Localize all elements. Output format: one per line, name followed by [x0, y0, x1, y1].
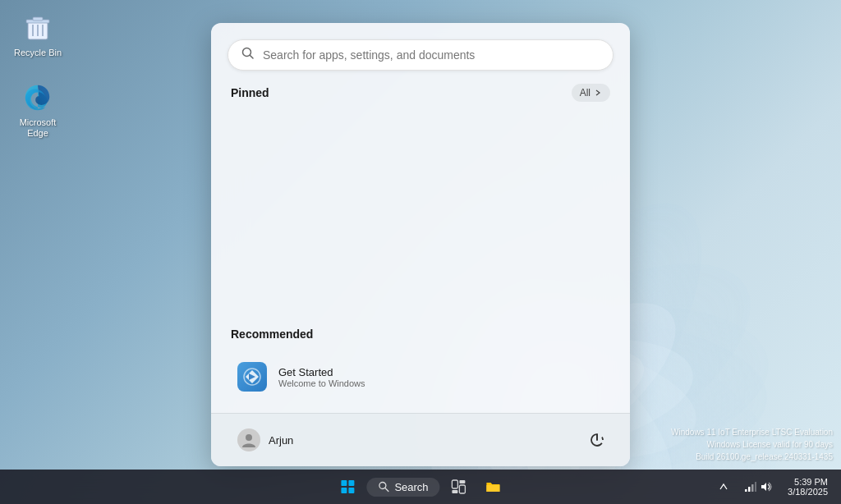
svg-rect-40	[460, 480, 466, 483]
svg-rect-43	[748, 487, 751, 492]
user-name: Arjun	[269, 434, 293, 447]
start-bottom-bar: Arjun	[211, 413, 630, 466]
system-tray[interactable]	[712, 479, 735, 495]
svg-rect-34	[341, 488, 347, 493]
watermark-line2: Windows License valid for 90 days	[671, 438, 833, 451]
file-explorer-button[interactable]	[478, 471, 509, 502]
desktop: Recycle Bin	[0, 0, 841, 504]
svg-line-37	[385, 488, 388, 492]
clock-time: 5:39 PM	[788, 477, 828, 487]
user-avatar	[237, 428, 260, 451]
watermark-line3: Build 26100.ge_release.240331-1435	[671, 451, 833, 463]
svg-rect-38	[453, 480, 458, 488]
volume-icon	[760, 480, 773, 493]
recommended-header: Recommended	[231, 328, 610, 341]
recycle-bin-label: Recycle Bin	[14, 48, 62, 58]
taskbar-search[interactable]: Search	[366, 478, 439, 497]
clock-date: 3/18/2025	[788, 487, 828, 497]
svg-rect-39	[460, 485, 466, 493]
svg-rect-42	[745, 489, 747, 492]
recommended-item-get-started[interactable]: Get Started Welcome to Windows	[231, 354, 610, 400]
all-button[interactable]: All	[572, 84, 610, 102]
recommended-title: Recommended	[231, 328, 313, 341]
app-desc: Welcome to Windows	[278, 378, 365, 388]
taskbar: Search	[0, 470, 841, 504]
taskbar-center: Search	[332, 471, 508, 502]
desktop-icons: Recycle Bin	[8, 8, 67, 143]
start-menu: Pinned All Recommended	[211, 23, 630, 466]
edge-label: Microsoft Edge	[11, 117, 64, 139]
svg-rect-44	[751, 484, 754, 492]
power-button[interactable]	[584, 427, 610, 453]
recycle-bin-icon	[21, 11, 54, 44]
taskbar-search-icon	[378, 481, 389, 493]
svg-point-36	[379, 483, 386, 489]
taskbar-right: 5:39 PM 3/18/2025	[712, 474, 834, 500]
chevron-up-icon	[719, 482, 728, 492]
pinned-header: Pinned All	[231, 84, 610, 102]
svg-line-27	[250, 56, 254, 59]
svg-rect-41	[453, 490, 458, 493]
svg-rect-32	[341, 480, 347, 486]
task-view-button[interactable]	[443, 471, 475, 502]
svg-rect-33	[348, 480, 354, 486]
recommended-section: Recommended Get Started Welcome to Windo…	[211, 328, 630, 413]
get-started-icon	[237, 362, 267, 392]
svg-point-29	[246, 434, 252, 441]
watermark-line1: Windows 11 IoT Enterprise LTSC Evaluatio…	[671, 426, 833, 438]
recommended-item-text: Get Started Welcome to Windows	[278, 366, 365, 388]
pinned-section: Pinned All	[211, 84, 630, 328]
taskbar-search-label: Search	[394, 481, 428, 493]
pinned-apps-area	[231, 115, 610, 279]
taskbar-clock[interactable]: 5:39 PM 3/18/2025	[781, 474, 834, 500]
user-section[interactable]: Arjun	[231, 424, 300, 456]
windows-watermark: Windows 11 IoT Enterprise LTSC Evaluatio…	[671, 426, 833, 463]
search-icon	[241, 47, 255, 63]
network-icon	[743, 480, 756, 493]
start-button[interactable]	[332, 471, 363, 502]
svg-rect-22	[33, 17, 43, 21]
app-name: Get Started	[278, 366, 365, 378]
desktop-icon-recycle-bin[interactable]: Recycle Bin	[8, 8, 67, 62]
search-input[interactable]	[263, 48, 600, 62]
edge-icon	[21, 81, 54, 114]
desktop-icon-edge[interactable]: Microsoft Edge	[8, 78, 67, 142]
pinned-title: Pinned	[231, 86, 269, 99]
search-bar[interactable]	[227, 39, 614, 71]
svg-rect-45	[755, 482, 756, 492]
svg-rect-35	[348, 488, 354, 493]
network-icon-area[interactable]	[737, 477, 779, 497]
